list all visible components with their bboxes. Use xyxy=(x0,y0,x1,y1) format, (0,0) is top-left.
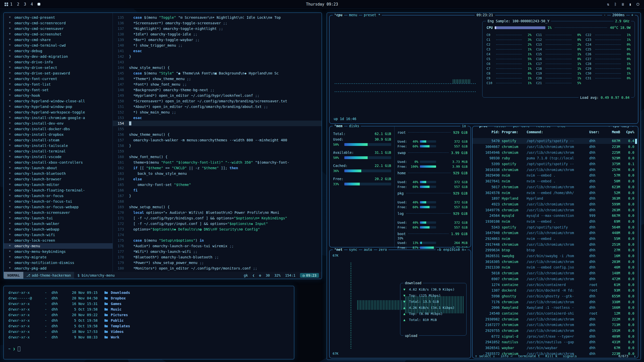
code-line[interactable]: 180 *Monitors*) open_in_editor ~/.config… xyxy=(113,265,321,271)
code-line[interactable]: 158 } xyxy=(113,143,321,148)
network-interface[interactable]: ←b enp191s0 n→ xyxy=(436,247,468,252)
process-row[interactable]: 3026541 waybar /usr/bin/waybar dhh 67M 0… xyxy=(473,345,638,351)
code-line[interactable]: 162 if [[ "$theme" == "CNCLD" || -z "$th… xyxy=(113,165,321,171)
file-list-item[interactable]: * omarchy-launch-browser xyxy=(4,176,113,182)
process-row[interactable]: 2929755 chromium /usr/lib/chromium/chrom… xyxy=(473,328,638,334)
code-line[interactable]: 167 } xyxy=(113,193,321,199)
code-line[interactable]: 170 local options="▸ Audio\n◠ Wifi\nᛒ Bl… xyxy=(113,210,321,215)
code-line[interactable]: 141 esac xyxy=(113,48,321,54)
file-list-item[interactable]: * omarchy-launch-screensaver xyxy=(4,210,113,215)
process-row[interactable]: 2941052 nautilus /usr/bin/nautilus --gap… xyxy=(473,339,638,345)
process-row[interactable]: 3016305 chromium /usr/lib/chromium/chrom… xyxy=(473,259,638,264)
footer-key-hint[interactable]: ↑ select ↓ xyxy=(475,354,495,358)
code-line[interactable]: 143 xyxy=(113,59,321,65)
col-user[interactable]: User: xyxy=(589,130,602,134)
file-list-item[interactable]: * omarchy-drive-info xyxy=(4,59,113,65)
file-list-item[interactable]: * omarchy-hook xyxy=(4,93,113,98)
tab-preset[interactable]: preset * xyxy=(362,13,382,17)
process-row[interactable]: 3026531 swaybg /usr/bin/swaybg -i /hom d… xyxy=(473,253,638,259)
tab-cpu[interactable]: ¹cpu xyxy=(333,13,344,17)
scroll-down-icon[interactable]: ↓ xyxy=(634,354,636,358)
footer-key-hint[interactable]: info ⏎ xyxy=(500,354,512,358)
code-line[interactable]: 174 xyxy=(113,232,321,238)
code-line[interactable]: 164 else xyxy=(113,176,321,182)
col-program[interactable]: Program: xyxy=(502,130,525,134)
code-line[interactable]: 148 *Background*) omarchy-theme-bg-next … xyxy=(113,87,321,93)
code-line[interactable]: 137 *Nightlight*) omarchy-toggle-nightli… xyxy=(113,26,321,31)
code-line[interactable]: 163 back_to show_style_menu xyxy=(113,171,321,176)
process-row[interactable]: 4923 chromium /usr/lib/chromium/chrom dh… xyxy=(473,201,638,207)
col-memory[interactable]: MemB xyxy=(604,130,620,134)
tab-sync[interactable]: sync xyxy=(348,247,359,252)
code-line[interactable]: 166 fi xyxy=(113,187,321,193)
process-row[interactable]: 2924063 nvim nvim --embed . dhh 55M 0.0 xyxy=(473,236,638,242)
process-row[interactable]: 1930108 nvim nvim --embed . dhh 69M 0.0 xyxy=(473,219,638,224)
file-list-item[interactable]: * omarchy-menu-keybindings xyxy=(4,249,113,254)
footer-key-hint[interactable]: Kill k xyxy=(545,354,557,358)
process-row[interactable]: 98930 ruby puma 7.1.0 (tcp://local dhh 9… xyxy=(473,155,638,161)
process-row[interactable]: 2921330 nvim nvim --embed config.jso dhh… xyxy=(473,264,638,270)
process-row[interactable]: 2917448 chromium /usr/lib/chromium/chrom… xyxy=(473,241,638,247)
process-row[interactable]: 2999634 btop btop dhh 27M 0.0 xyxy=(473,247,638,253)
process-row[interactable]: 7176 chromium /usr/lib/chromium/chrom dh… xyxy=(473,299,638,305)
tab-tree[interactable]: tree xyxy=(556,126,567,128)
code-line[interactable]: 157 omarchy-launch-walker -m menus:omarc… xyxy=(113,137,321,143)
file-list-item[interactable]: * omarchy-install-docker-dbs xyxy=(4,126,113,132)
code-line[interactable]: 149 *Hyprland*) open_in_editor ~/.config… xyxy=(113,93,321,98)
file-list-item[interactable]: * omarchy-font-current xyxy=(4,76,113,82)
shell-prompt[interactable]: ~ ❯ xyxy=(8,346,289,352)
col-cpu[interactable]: Cpu% xyxy=(622,130,634,134)
code-line[interactable]: 150 *Screensaver*) open_in_editor ~/.con… xyxy=(113,98,321,104)
col-command[interactable]: Command: xyxy=(527,130,587,134)
file-list-item[interactable]: * omarchy-launch-or-focus-webapp xyxy=(4,204,113,210)
file-list-item[interactable]: * omarchy-launch-bluetooth xyxy=(4,171,113,176)
file-list-item[interactable]: * omarchy-cmd-share xyxy=(4,37,113,43)
code-line[interactable]: 178 *Bluetooth*) omarchy-launch-bluetoot… xyxy=(113,254,321,260)
file-list-item[interactable]: * omarchy-hyprland-window-close-all xyxy=(4,98,113,104)
code-line[interactable]: 176 *Audio*) omarchy-launch-or-focus-tui… xyxy=(113,243,321,249)
code-line[interactable]: 146 *Theme*) show_theme_menu ;; xyxy=(113,76,321,82)
file-list-item[interactable]: * omarchy-drive-set-password xyxy=(4,70,113,76)
code-line[interactable]: 136 *Screensaver*) omarchy-toggle-screen… xyxy=(113,20,321,26)
file-list-item[interactable]: * omarchy-cmd-present xyxy=(4,15,113,20)
tab-proc[interactable]: ⁴proc xyxy=(476,126,489,128)
code-line[interactable]: 168 xyxy=(113,199,321,204)
process-row[interactable]: 24540 containe /usr/bin/containerd-shi r… xyxy=(473,311,638,316)
process-row[interactable]: 1649776 chromium /usr/lib/chromium/chrom… xyxy=(473,207,638,213)
footer-key-hint[interactable]: terminate t xyxy=(518,354,540,358)
code-line[interactable]: 173 options="$options\n◆ Defaults\n◍ DNS… xyxy=(113,226,321,232)
process-row[interactable]: 5998 ghostty /usr/bin/ghostty --gtk- dhh… xyxy=(473,293,638,299)
process-row[interactable]: 2167277 chromium /usr/lib/chromium/chrom… xyxy=(473,322,638,328)
file-list-item[interactable]: * omarchy-pkg-add xyxy=(4,265,113,271)
code-line[interactable]: 169 show_setup_menu() { xyxy=(113,204,321,210)
code-line[interactable]: 152 *) show_main_menu ;; xyxy=(113,109,321,115)
code-line[interactable]: 155 xyxy=(113,126,321,132)
file-list-item[interactable]: * omarchy-menu xyxy=(4,243,113,249)
bluetooth-icon[interactable]: ᛒ xyxy=(614,2,617,7)
file-list-item[interactable]: * omarchy-launch-floating-terminal- xyxy=(4,187,113,193)
rate-increase-button[interactable]: + xyxy=(630,13,635,17)
tab-mem[interactable]: ²mem xyxy=(333,124,344,128)
file-list-item[interactable]: * omarchy-install-terminal xyxy=(4,148,113,154)
file-list-item[interactable]: * omarchy-debug xyxy=(4,48,113,54)
network-icon[interactable]: ⇅ xyxy=(607,2,609,7)
file-list-item[interactable]: * omarchy-cmd-terminal-cwd xyxy=(4,43,113,48)
process-row[interactable]: 5018 chromium /usr/lib/chromium/chrom dh… xyxy=(473,270,638,276)
process-row[interactable]: 6907 chromium /usr/lib/chromium/chrom dh… xyxy=(473,276,638,282)
file-list[interactable]: * omarchy-cmd-present * omarchy-cmd-scre… xyxy=(4,13,113,272)
process-row[interactable]: 5017 chromium /usr/lib/chromium/chrom dh… xyxy=(473,184,638,190)
col-pid[interactable]: Pid: xyxy=(476,130,500,134)
process-row[interactable]: 1654946 chromium /usr/lib/chromium/chrom… xyxy=(473,149,638,155)
rate-decrease-button[interactable]: - xyxy=(602,13,607,17)
file-list-item[interactable]: * omarchy-font-list xyxy=(4,82,113,87)
file-list-item[interactable]: * omarchy-hyprland-window-pop xyxy=(4,104,113,109)
code-line[interactable]: 161 theme=$(menu "Font" "$(omarchy-font-… xyxy=(113,160,321,165)
file-list-item[interactable]: * omarchy-cmd-screensaver xyxy=(4,26,113,31)
process-row[interactable]: 1647940 chromium /usr/lib/chromium/chrom… xyxy=(473,230,638,236)
process-row[interactable]: 5470 spotify /opt/spotify/spotify -- dhh… xyxy=(473,138,638,144)
code-line[interactable]: 156 show_theme_menu() { xyxy=(113,132,321,137)
battery-icon[interactable]: ▮ xyxy=(629,2,631,7)
file-list-item[interactable]: * omarchy-launch-about xyxy=(4,165,113,171)
tab-reverse[interactable]: reverse xyxy=(534,126,552,128)
tab-per-core[interactable]: per-core xyxy=(511,126,531,128)
